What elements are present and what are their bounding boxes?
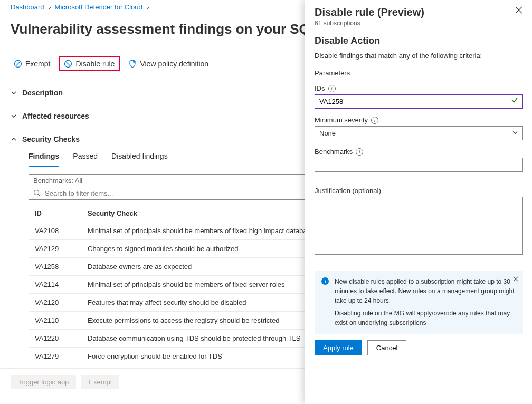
disable-action-title: Disable Action (315, 35, 522, 46)
view-policy-label: View policy definition (140, 60, 208, 68)
svg-point-3 (34, 190, 39, 195)
info-banner: i New disable rules applied to a subscri… (315, 271, 522, 334)
breadcrumb-link-dashboard[interactable]: Dashboard (11, 3, 44, 11)
breadcrumb-link-defender[interactable]: Microsoft Defender for Cloud (55, 3, 142, 11)
ids-input[interactable] (315, 94, 522, 109)
chevron-down-icon (11, 113, 17, 119)
cell-id: VA1220 (35, 334, 88, 342)
panel-title: Disable rule (Preview) (315, 6, 424, 18)
info-icon: i (328, 85, 336, 92)
chevron-down-icon (11, 90, 17, 96)
benchmarks-label: Benchmarks i (315, 148, 522, 156)
dismiss-info-button[interactable] (513, 275, 518, 284)
disable-rule-label: Disable rule (75, 60, 115, 68)
info-icon: i (371, 117, 378, 124)
chevron-right-icon (146, 5, 150, 9)
info-text-1: New disable rules applied to a subscript… (335, 277, 515, 305)
cell-id: VA2120 (35, 299, 88, 306)
cell-id: VA1279 (35, 352, 88, 360)
section-description-label: Description (22, 89, 63, 97)
trigger-logic-app-button[interactable]: Trigger logic app (11, 375, 76, 389)
disable-action-desc: Disable findings that match any of the f… (315, 52, 522, 60)
parameters-label: Parameters (315, 69, 522, 77)
disable-rule-button[interactable]: Disable rule (59, 56, 120, 71)
exempt-button[interactable]: Exempt (11, 57, 53, 70)
close-icon (513, 276, 518, 282)
cancel-button[interactable]: Cancel (367, 340, 406, 355)
search-icon (33, 189, 41, 197)
close-icon (515, 6, 522, 14)
info-icon: i (321, 277, 329, 328)
panel-subtitle: 61 subscriptions (315, 20, 424, 27)
ids-label: IDs i (315, 84, 522, 92)
column-header-id[interactable]: ID (35, 209, 88, 217)
cell-id: VA2129 (35, 245, 88, 253)
tab-findings[interactable]: Findings (28, 150, 59, 167)
close-panel-button[interactable] (515, 6, 522, 15)
svg-text:i: i (324, 278, 326, 284)
info-text-2: Disabling rule on the MG will apply/over… (335, 309, 515, 328)
disable-rule-panel: Disable rule (Preview) 61 subscriptions … (305, 0, 532, 404)
severity-select[interactable]: None (315, 126, 522, 140)
chevron-up-icon (11, 136, 17, 142)
cell-id: VA2110 (35, 316, 88, 324)
section-security-checks-label: Security Checks (22, 135, 80, 143)
benchmarks-input[interactable] (315, 158, 522, 172)
view-policy-button[interactable]: View policy definition (125, 57, 212, 70)
info-icon: i (356, 148, 363, 156)
severity-label: Minimum severity i (315, 116, 522, 124)
cell-id: VA2114 (35, 281, 88, 288)
disable-icon (64, 60, 72, 68)
cell-id: VA2108 (35, 227, 88, 235)
tab-passed[interactable]: Passed (73, 150, 98, 167)
tab-disabled-findings[interactable]: Disabled findings (111, 150, 168, 167)
chevron-right-icon (48, 5, 52, 9)
justification-label: Justification (optional) (315, 187, 522, 195)
svg-point-2 (133, 61, 135, 63)
section-affected-label: Affected resources (22, 112, 89, 120)
justification-textarea[interactable] (315, 197, 522, 255)
exempt-footer-button[interactable]: Exempt (81, 375, 119, 389)
apply-rule-button[interactable]: Apply rule (315, 340, 362, 355)
policy-icon (128, 60, 137, 68)
exempt-label: Exempt (25, 60, 50, 68)
exempt-icon (14, 60, 22, 68)
cell-id: VA1258 (35, 263, 88, 271)
